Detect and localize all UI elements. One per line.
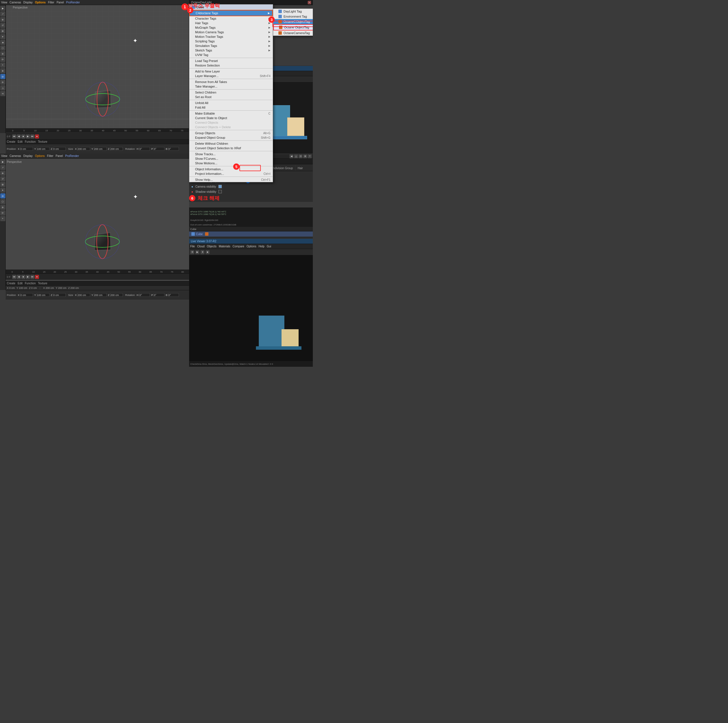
menu-view[interactable]: View bbox=[1, 1, 8, 4]
sidebar-icon-4[interactable]: ↺ bbox=[0, 23, 5, 28]
sb2-icon-10[interactable]: ⟳ bbox=[0, 210, 5, 216]
ctx-convert-xref[interactable]: Convert Object Selection to XRef bbox=[190, 146, 273, 150]
vp2-filter[interactable]: Filter bbox=[47, 154, 53, 157]
vp2-options[interactable]: Options bbox=[35, 154, 44, 157]
menu-prorender[interactable]: ProRender bbox=[66, 1, 80, 4]
vp2-texture[interactable]: Texture bbox=[38, 282, 47, 285]
vp2-prorender[interactable]: ProRender bbox=[65, 154, 79, 157]
lvb-help[interactable]: Help bbox=[258, 245, 265, 248]
ctx-select-children[interactable]: Select Children bbox=[190, 90, 273, 95]
vis-shadow-check[interactable] bbox=[219, 190, 222, 193]
sb2-icon-8[interactable]: ⬡ bbox=[0, 199, 5, 204]
obj-cube-bottom-row[interactable]: Cube bbox=[189, 231, 313, 237]
stop-btn[interactable]: ■ bbox=[21, 135, 25, 139]
ctx-current-state[interactable]: Current State to Object bbox=[190, 116, 273, 120]
lvb-file[interactable]: File bbox=[190, 245, 195, 248]
sb2-icon-11[interactable]: ⌖ bbox=[0, 216, 5, 221]
func-create[interactable]: Create bbox=[7, 140, 15, 143]
sb2-icon-6[interactable]: ✦ bbox=[0, 188, 5, 193]
ctx-mograph-tags[interactable]: MoGraph Tags▶ bbox=[190, 25, 273, 30]
sidebar-icon-15[interactable]: △ bbox=[0, 85, 5, 90]
sidebar-icon-11[interactable]: ⌖ bbox=[0, 63, 5, 68]
ctx-simulation-tags[interactable]: Simulation Tags▶ bbox=[190, 43, 273, 48]
vp2-play-last[interactable]: ⏭ bbox=[31, 275, 34, 279]
lvb-compare[interactable]: Compare bbox=[232, 245, 244, 248]
ctx-c4doctane-tags[interactable]: C4doctane Tags ▶ bbox=[190, 10, 273, 16]
ctx-project-info[interactable]: Project Information... Ctrl+I bbox=[190, 171, 273, 176]
ctx-uvw-tag[interactable]: UVW Tag bbox=[190, 53, 273, 57]
ctx-scripting-tags[interactable]: Scripting Tags▶ bbox=[190, 39, 273, 43]
top-menu-bar[interactable]: View Cameras Display Options Filter Pane… bbox=[0, 0, 189, 5]
ctx-hair-tags[interactable]: Hair Tags▶ bbox=[190, 21, 273, 25]
mode-icon-1[interactable]: ◀ bbox=[289, 154, 294, 158]
sub-octane-camera-tag[interactable]: OctaneCameraTag bbox=[273, 31, 313, 35]
sidebar-icon-9[interactable]: ⊛ bbox=[0, 51, 5, 56]
lvb-materials[interactable]: Materials bbox=[219, 245, 230, 248]
end-btn[interactable]: ⏭ bbox=[31, 135, 34, 139]
menu-options[interactable]: Options bbox=[35, 1, 46, 4]
lvb-pause[interactable]: ⏸ bbox=[200, 250, 205, 254]
vp2-panel[interactable]: Panel bbox=[56, 154, 63, 157]
ctx-set-as-root[interactable]: Set as Root bbox=[190, 95, 273, 99]
lvb-cloud[interactable]: Cloud bbox=[197, 245, 205, 248]
sb2-icon-7[interactable]: ◎ bbox=[0, 193, 5, 199]
sb2-icon-1[interactable]: ▶ bbox=[0, 159, 5, 164]
mode-icon-3[interactable]: ⊡ bbox=[298, 154, 303, 158]
vp2-function[interactable]: Function bbox=[25, 282, 35, 285]
vp2-cameras[interactable]: Cameras bbox=[10, 154, 21, 157]
sidebar-icon-5[interactable]: ⊞ bbox=[0, 28, 5, 34]
vp2-view[interactable]: View bbox=[1, 154, 8, 157]
ctx-load-tag-preset[interactable]: Load Tag Preset bbox=[190, 58, 273, 63]
func-function[interactable]: Function bbox=[25, 140, 35, 143]
ctx-show-tracks[interactable]: Show Tracks... bbox=[190, 152, 273, 156]
sidebar-icon-1[interactable]: ▶ bbox=[0, 6, 5, 11]
ctx-take-manager[interactable]: Take Manager... bbox=[190, 84, 273, 89]
sb2-icon-9[interactable]: ⊛ bbox=[0, 205, 5, 210]
ctx-add-new-layer[interactable]: Add to New Layer bbox=[190, 69, 273, 73]
sb2-icon-4[interactable]: ↺ bbox=[0, 176, 5, 181]
menu-panel[interactable]: Panel bbox=[57, 1, 64, 4]
lvb-objects[interactable]: Objects bbox=[207, 245, 216, 248]
ctx-character-tags[interactable]: Character Tags▶ bbox=[190, 16, 273, 21]
sidebar-icon-14[interactable]: ⊜ bbox=[0, 79, 5, 85]
lvb-play[interactable]: ▶ bbox=[195, 250, 199, 254]
sub-daylight-tag[interactable]: DayLight Tag bbox=[273, 9, 313, 14]
ctx-connect-objects[interactable]: Connect Objects bbox=[190, 120, 273, 125]
vp2-display[interactable]: Display bbox=[23, 154, 33, 157]
sidebar-icon-6[interactable]: ✦ bbox=[0, 34, 5, 39]
prev-btn[interactable]: ◀ bbox=[17, 135, 21, 139]
sidebar-icon-12[interactable]: ⊕ bbox=[0, 68, 5, 73]
sidebar-icon-2[interactable]: ↗ bbox=[0, 11, 5, 17]
lvb-options[interactable]: Options bbox=[246, 245, 256, 248]
ctx-delete-without-children[interactable]: Delete Without Children bbox=[190, 141, 273, 146]
ctx-motion-tracker-tags[interactable]: Motion Tracker Tags▶ bbox=[190, 34, 273, 39]
vis-camera-check[interactable] bbox=[219, 185, 222, 188]
sb2-icon-2[interactable]: ↗ bbox=[0, 165, 5, 170]
menu-filter[interactable]: Filter bbox=[48, 1, 54, 4]
menu-cameras[interactable]: Cameras bbox=[10, 1, 21, 4]
ctx-object-info[interactable]: Object Information... bbox=[190, 167, 273, 171]
func-texture[interactable]: Texture bbox=[38, 140, 47, 143]
sidebar-icon-10[interactable]: ⟳ bbox=[0, 57, 5, 62]
ctx-fold-all[interactable]: Fold All bbox=[190, 105, 273, 110]
play-btn[interactable]: ⏮ bbox=[12, 135, 16, 139]
vp2-record[interactable]: ● bbox=[35, 275, 39, 279]
ctx-sketch-tags[interactable]: Sketch Tags▶ bbox=[190, 48, 273, 53]
sidebar-icon-13[interactable]: ◎ bbox=[0, 74, 5, 79]
record-btn[interactable]: ● bbox=[35, 135, 39, 139]
lvb-stop-btn[interactable]: ■ bbox=[206, 250, 210, 254]
mode-icon-2[interactable]: △ bbox=[294, 154, 298, 158]
ctx-show-motions[interactable]: Show Motions... bbox=[190, 161, 273, 165]
mode-icon-5[interactable]: ? bbox=[308, 154, 312, 158]
sub-octane-cobject[interactable]: OctaneCObjectTag bbox=[273, 19, 313, 24]
ctx-restore-selection[interactable]: Restore Selection bbox=[190, 63, 273, 68]
sub-octane-object-tag[interactable]: Octane ObjectTag bbox=[273, 24, 313, 31]
ctx-layer-manager[interactable]: Layer Manager... Shift+F4 bbox=[190, 73, 273, 78]
sub-environment-tag[interactable]: Environment Tag bbox=[273, 14, 313, 19]
ctx-remove-from-takes[interactable]: Remove from All Takes bbox=[190, 79, 273, 84]
ctx-expand-group[interactable]: Expand Object Group Shift+G bbox=[190, 135, 273, 140]
ctx-make-editable[interactable]: Make Editable C bbox=[190, 111, 273, 116]
sidebar-icon-16[interactable]: ⊲ bbox=[0, 91, 5, 96]
lvb-gui[interactable]: Gui bbox=[267, 245, 271, 248]
tab-hair[interactable]: Hair bbox=[295, 165, 305, 171]
